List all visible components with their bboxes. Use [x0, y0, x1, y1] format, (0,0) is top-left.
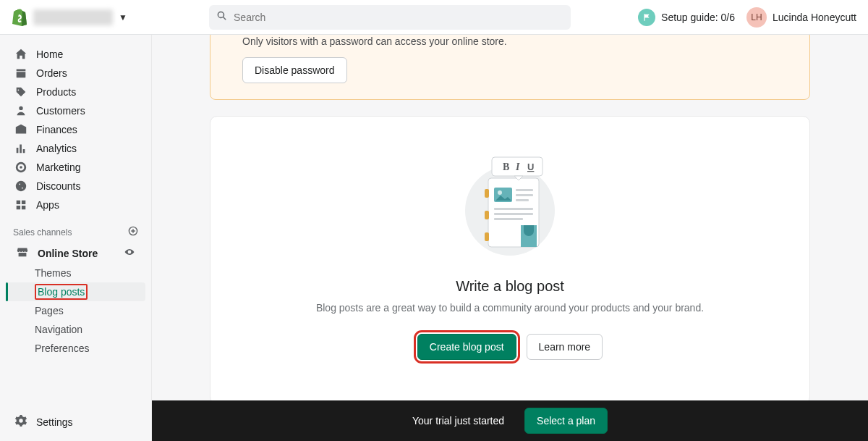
- sidebar-item-label: Themes: [35, 267, 72, 279]
- add-channel-button[interactable]: [128, 226, 138, 238]
- flag-icon: [638, 9, 655, 26]
- store-icon: [16, 245, 29, 261]
- svg-text:I: I: [515, 161, 520, 172]
- settings-label: Settings: [36, 416, 73, 428]
- sidebar-item-label: Finances: [36, 124, 77, 135]
- select-plan-button[interactable]: Select a plan: [524, 408, 608, 434]
- empty-state-card: B I U Write a blog post Blog posts are a…: [210, 116, 810, 400]
- sidebar-item-orders[interactable]: Orders: [6, 64, 145, 83]
- sidebar-item-label: Pages: [35, 305, 64, 316]
- user-menu[interactable]: LH Lucinda Honeycutt: [746, 7, 856, 28]
- marketing-icon: [14, 161, 27, 174]
- search-input-wrapper[interactable]: [209, 5, 571, 30]
- sidebar-subitem-navigation[interactable]: Navigation: [6, 320, 145, 339]
- sidebar-item-label: Blog posts: [35, 284, 88, 300]
- search-input[interactable]: [234, 12, 563, 23]
- svg-rect-10: [516, 199, 529, 201]
- setup-guide-label: Setup guide: 0/6: [661, 12, 735, 23]
- sidebar-item-marketing[interactable]: Marketing: [6, 158, 145, 177]
- svg-text:U: U: [527, 161, 534, 172]
- sidebar-subitem-pages[interactable]: Pages: [6, 301, 145, 320]
- finances-icon: [14, 123, 27, 136]
- blog-illustration: B I U: [239, 153, 780, 264]
- online-store-subnav: Themes Blog posts Pages Navigation Prefe…: [6, 264, 151, 358]
- discounts-icon: [14, 180, 27, 193]
- online-store-label: Online Store: [38, 248, 98, 259]
- sidebar-item-home[interactable]: Home: [6, 45, 145, 64]
- sidebar-subitem-blog-posts[interactable]: Blog posts: [6, 282, 145, 301]
- svg-rect-5: [485, 232, 489, 241]
- sidebar-item-label: Discounts: [36, 180, 80, 192]
- sidebar-item-settings[interactable]: Settings: [6, 410, 145, 434]
- store-name: [33, 9, 113, 25]
- sales-channels-label: Sales channels: [13, 227, 72, 238]
- svg-rect-12: [494, 213, 533, 215]
- sidebar-item-online-store[interactable]: Online Store: [6, 243, 145, 264]
- banner-text: Only visitors with a password can access…: [242, 35, 793, 57]
- empty-state-description: Blog posts are a great way to build a co…: [239, 302, 780, 314]
- sales-channels-heading: Sales channels: [0, 214, 151, 243]
- header-actions: Setup guide: 0/6 LH Lucinda Honeycutt: [638, 7, 856, 28]
- sidebar-subitem-preferences[interactable]: Preferences: [6, 339, 145, 358]
- app-header: ▼ Setup guide: 0/6 LH Lucinda Honeycutt: [0, 0, 868, 35]
- sidebar-item-finances[interactable]: Finances: [6, 120, 145, 139]
- home-icon: [14, 48, 27, 61]
- create-blog-post-button[interactable]: Create blog post: [417, 334, 516, 360]
- disable-password-button[interactable]: Disable password: [242, 57, 347, 83]
- svg-rect-3: [485, 189, 489, 198]
- primary-nav: Home Orders Products Customers Finances …: [0, 45, 151, 214]
- products-icon: [14, 85, 27, 98]
- gear-icon: [14, 414, 27, 429]
- password-banner: Only visitors with a password can access…: [210, 35, 810, 100]
- sidebar-item-discounts[interactable]: Discounts: [6, 177, 145, 196]
- svg-rect-9: [516, 194, 533, 196]
- sidebar-item-label: Marketing: [36, 161, 80, 173]
- setup-guide-button[interactable]: Setup guide: 0/6: [638, 9, 735, 26]
- orders-icon: [14, 67, 27, 80]
- sidebar-item-customers[interactable]: Customers: [6, 101, 145, 120]
- sidebar-item-label: Analytics: [36, 143, 77, 154]
- view-store-button[interactable]: [124, 246, 135, 260]
- sidebar: Home Orders Products Customers Finances …: [0, 35, 152, 441]
- shopify-logo-icon: [12, 9, 27, 26]
- sidebar-item-products[interactable]: Products: [6, 83, 145, 101]
- store-switcher[interactable]: ▼: [12, 9, 142, 26]
- svg-point-7: [498, 190, 502, 195]
- customers-icon: [14, 104, 27, 117]
- sidebar-item-label: Navigation: [35, 324, 82, 335]
- svg-rect-11: [494, 208, 533, 210]
- learn-more-button[interactable]: Learn more: [527, 334, 603, 360]
- trial-message: Your trial just started: [412, 415, 504, 427]
- chevron-down-icon: ▼: [119, 12, 127, 22]
- empty-state-title: Write a blog post: [239, 278, 780, 295]
- svg-rect-8: [516, 189, 533, 191]
- svg-rect-13: [494, 218, 523, 220]
- sidebar-item-label: Customers: [36, 105, 85, 117]
- sidebar-item-analytics[interactable]: Analytics: [6, 139, 145, 158]
- svg-text:B: B: [503, 161, 509, 172]
- main-content: Only visitors with a password can access…: [152, 35, 868, 400]
- sidebar-item-label: Preferences: [35, 343, 89, 354]
- search-container: [185, 5, 595, 30]
- search-icon: [216, 10, 228, 24]
- avatar: LH: [746, 7, 767, 28]
- user-name: Lucinda Honeycutt: [773, 12, 856, 23]
- sidebar-item-label: Apps: [36, 199, 59, 211]
- sidebar-subitem-themes[interactable]: Themes: [6, 264, 145, 282]
- sidebar-item-label: Orders: [36, 67, 67, 79]
- sidebar-footer: Settings: [0, 403, 151, 441]
- apps-icon: [14, 198, 27, 211]
- svg-rect-4: [485, 211, 489, 219]
- trial-bar: Your trial just started Select a plan: [152, 400, 868, 441]
- analytics-icon: [14, 142, 27, 155]
- sidebar-item-label: Home: [36, 49, 63, 60]
- sidebar-item-apps[interactable]: Apps: [6, 196, 145, 214]
- empty-state-actions: Create blog post Learn more: [239, 334, 780, 360]
- sidebar-item-label: Products: [36, 86, 76, 98]
